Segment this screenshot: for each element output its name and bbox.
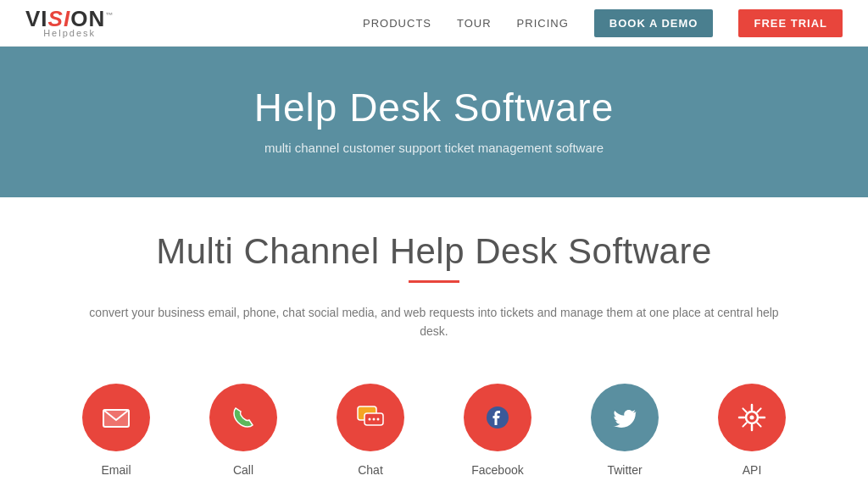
header: VISION™ Helpdesk PRODUCTS TOUR PRICING B… xyxy=(0,0,868,47)
logo-text: VISION™ xyxy=(25,8,114,30)
hero-title: Help Desk Software xyxy=(17,85,851,130)
api-icon-circle[interactable] xyxy=(718,384,786,451)
title-underline xyxy=(409,280,459,283)
book-demo-button[interactable]: BOOK A DEMO xyxy=(594,9,714,37)
call-label: Call xyxy=(233,463,253,477)
chat-icon-circle[interactable] xyxy=(337,384,404,451)
logo-sub: Helpdesk xyxy=(43,28,96,38)
nav-pricing[interactable]: PRICING xyxy=(517,17,569,30)
channel-twitter: Twitter xyxy=(587,384,663,481)
api-label: API xyxy=(743,463,762,477)
chat-icon xyxy=(354,401,387,434)
call-icon xyxy=(227,401,259,434)
channel-chat: Chat xyxy=(332,384,409,481)
email-icon xyxy=(100,401,132,434)
section-title: Multi Channel Help Desk Software xyxy=(51,231,817,272)
nav-tour[interactable]: TOUR xyxy=(457,17,492,30)
twitter-icon-circle[interactable] xyxy=(591,384,659,451)
nav-products[interactable]: PRODUCTS xyxy=(363,17,431,30)
channel-email: Email xyxy=(78,384,154,481)
email-icon-circle[interactable] xyxy=(82,384,150,451)
twitter-label: Twitter xyxy=(607,463,642,477)
call-icon-circle[interactable] xyxy=(209,384,277,451)
hero-banner: Help Desk Software multi channel custome… xyxy=(0,47,868,197)
channel-call: Call xyxy=(205,384,281,481)
svg-line-15 xyxy=(757,408,760,412)
svg-line-13 xyxy=(743,408,746,412)
channel-facebook: Facebook xyxy=(459,384,536,481)
facebook-icon-circle[interactable] xyxy=(464,384,531,451)
hero-subtitle: multi channel customer support ticket ma… xyxy=(17,141,851,155)
email-label: Email xyxy=(101,463,131,477)
free-trial-button[interactable]: FREE TRIAL xyxy=(738,9,843,37)
svg-line-14 xyxy=(757,423,760,426)
svg-point-8 xyxy=(750,415,754,419)
section-description: convert your business email, phone, chat… xyxy=(86,303,782,341)
channel-api: API xyxy=(714,384,790,481)
svg-point-4 xyxy=(373,417,376,420)
svg-line-16 xyxy=(743,423,746,426)
svg-point-5 xyxy=(377,417,380,420)
logo-tm: ™ xyxy=(105,11,114,19)
twitter-icon xyxy=(609,401,641,434)
chat-label: Chat xyxy=(358,463,383,477)
channels-grid: Email Call C xyxy=(51,375,817,481)
main-content: Multi Channel Help Desk Software convert… xyxy=(0,197,868,481)
svg-point-3 xyxy=(369,417,371,420)
logo: VISION™ Helpdesk xyxy=(25,8,114,38)
nav: PRODUCTS TOUR PRICING BOOK A DEMO FREE T… xyxy=(363,9,843,37)
api-icon xyxy=(736,401,768,434)
facebook-label: Facebook xyxy=(471,463,523,477)
facebook-icon xyxy=(481,401,514,434)
